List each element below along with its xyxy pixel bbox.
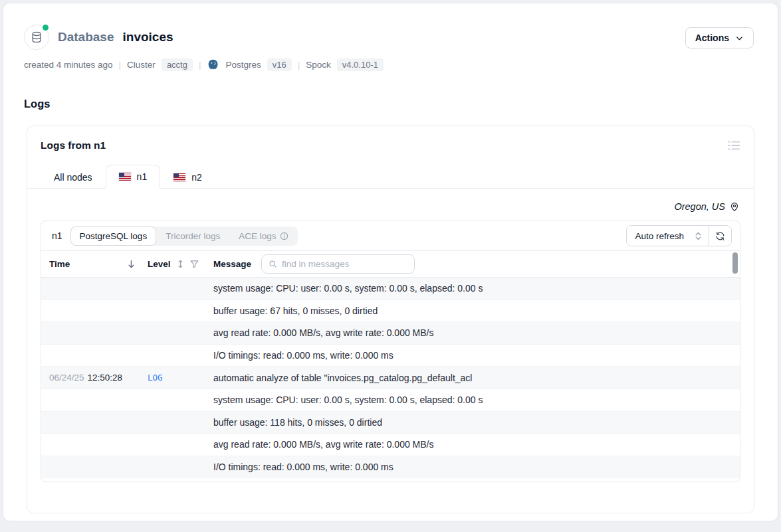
section-title: Logs [24,98,778,110]
log-message: I/O timings: read: 0.000 ms, write: 0.00… [213,462,732,472]
refresh-controls: Auto refresh [626,225,732,246]
cluster-label: Cluster [127,60,156,70]
chevron-down-icon [735,34,744,43]
log-list-icon[interactable] [727,139,740,151]
log-message: buffer usage: 67 hits, 0 misses, 0 dirti… [213,306,732,316]
app-window: Database invoices created 4 minutes ago … [3,3,778,521]
log-panel: n1 PostgreSQL logs Tricorder logs ACE lo… [41,221,740,482]
table-row: system usage: CPU: user: 0.00 s, system:… [41,389,740,412]
status-online-dot [41,23,50,32]
log-message: buffer usage: 118 hits, 0 misses, 0 dirt… [213,417,732,428]
table-row: I/O timings: read: 0.000 ms, write: 0.00… [41,456,740,479]
panel-node-label: n1 [52,230,62,241]
postgres-icon [207,58,219,71]
message-search-box [261,254,415,274]
log-message: system usage: CPU: user: 0.00 s, system:… [213,283,732,294]
page-header: Database invoices created 4 minutes ago … [3,3,778,71]
select-chevrons-icon [695,232,702,240]
refresh-icon [715,231,725,241]
log-message: automatic analyze of table "invoices.pg_… [213,373,732,383]
logs-card: Logs from n1 All nodes n1 n2 Oregon, US [27,126,754,513]
engine-label: Postgres [225,60,261,70]
filter-icon[interactable] [190,260,199,268]
us-flag-icon [119,173,131,181]
table-row: I/O timings: read: 0.000 ms, write: 0.00… [41,345,740,367]
table-row: buffer usage: 118 hits, 0 misses, 0 dirt… [41,412,740,434]
column-level: Level [148,259,171,269]
tab-ace-logs[interactable]: ACE logs [229,226,298,246]
breadcrumb-meta: created 4 minutes ago | Cluster acctg | … [24,58,754,71]
sort-toggle-icon[interactable] [176,260,185,268]
region-indicator: Oregon, US [27,189,754,212]
log-table-body: system usage: CPU: user: 0.00 s, system:… [41,278,740,478]
log-message: I/O timings: read: 0.000 ms, write: 0.00… [213,350,732,361]
location-pin-icon [729,201,740,212]
cluster-badge: acctg [162,58,193,71]
log-table-header: Time Level Message [41,251,740,278]
column-time: Time [49,259,70,269]
sort-descending-icon[interactable] [127,260,136,269]
search-icon [269,260,277,268]
tab-tricorder-logs[interactable]: Tricorder logs [156,226,229,246]
database-avatar [24,25,49,50]
message-search-input[interactable] [282,259,407,269]
log-message: avg read rate: 0.000 MB/s, avg write rat… [213,327,732,338]
log-message: avg read rate: 0.000 MB/s, avg write rat… [213,439,732,450]
info-icon [280,232,288,240]
tab-all-nodes[interactable]: All nodes [41,165,106,189]
log-message: system usage: CPU: user: 0.00 s, system:… [213,395,732,405]
table-row: 06/24/2512:50:28LOGautomatic analyze of … [41,367,740,389]
region-label: Oregon, US [674,201,725,212]
log-time: 06/24/2512:50:28 [49,373,148,383]
log-panel-toolbar: n1 PostgreSQL logs Tricorder logs ACE lo… [41,221,740,251]
tab-node-n2[interactable]: n2 [160,165,215,189]
page-title: invoices [123,30,173,44]
actions-button[interactable]: Actions [685,27,754,48]
table-row: avg read rate: 0.000 MB/s, avg write rat… [41,434,740,456]
node-tab-bar: All nodes n1 n2 [27,164,754,189]
created-label: created 4 minutes ago [24,60,113,70]
tab-node-n1[interactable]: n1 [106,165,161,189]
refresh-button[interactable] [709,226,731,246]
table-row: avg read rate: 0.000 MB/s, avg write rat… [41,322,740,345]
scrollbar-thumb[interactable] [732,252,738,274]
extension-label: Spock [306,60,331,70]
logs-card-title: Logs from n1 [27,126,754,151]
table-row: buffer usage: 67 hits, 0 misses, 0 dirti… [41,300,740,323]
us-flag-icon [173,173,185,181]
log-source-tabs: PostgreSQL logs Tricorder logs ACE logs [70,226,298,246]
extension-version-badge: v4.0.10-1 [337,58,384,71]
table-row: system usage: CPU: user: 0.00 s, system:… [41,278,740,300]
tab-postgresql-logs[interactable]: PostgreSQL logs [70,226,157,246]
auto-refresh-select[interactable]: Auto refresh [627,226,709,246]
log-level: LOG [148,373,213,383]
actions-button-label: Actions [695,33,729,43]
database-icon [30,31,43,44]
engine-version-badge: v16 [267,58,292,71]
page-type-label: Database [58,30,114,44]
column-message: Message [213,259,251,269]
